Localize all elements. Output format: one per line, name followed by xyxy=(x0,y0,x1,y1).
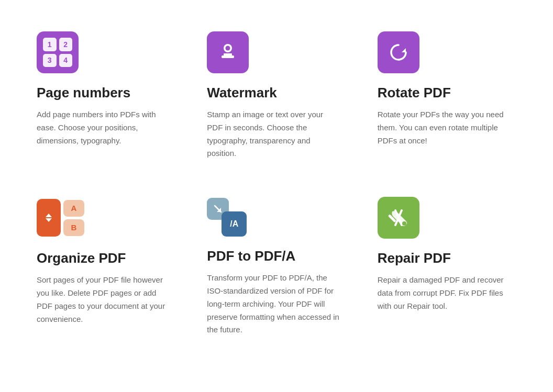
page-numbers-desc: Add page numbers into PDFs with ease. Ch… xyxy=(37,108,170,147)
arrows-icon xyxy=(43,212,54,223)
page-numbers-title: Page numbers xyxy=(37,85,170,101)
svg-marker-4 xyxy=(402,48,406,52)
organize-right-col: A B xyxy=(63,200,84,236)
card-organize-pdf[interactable]: A B Organize PDF Sort pages of your PDF … xyxy=(21,181,191,357)
svg-marker-5 xyxy=(46,214,52,217)
page-numbers-icon: 1 2 3 4 xyxy=(43,38,72,67)
svg-point-3 xyxy=(226,46,230,51)
sq-4: 4 xyxy=(59,54,73,68)
rotate-pdf-icon xyxy=(387,41,410,64)
svg-rect-1 xyxy=(224,53,232,56)
card-watermark[interactable]: Watermark Stamp an image or text over yo… xyxy=(191,16,361,181)
organize-a-block: A xyxy=(63,200,84,217)
pdfa-icon-container: /A xyxy=(207,197,247,237)
pdf-to-pdfa-desc: Transform your PDF to PDF/A, the ISO-sta… xyxy=(207,272,340,337)
card-rotate-pdf[interactable]: Rotate PDF Rotate your PDFs the way you … xyxy=(362,16,532,181)
organize-icon-container: A B xyxy=(37,197,170,239)
page-numbers-icon-wrap: 1 2 3 4 xyxy=(37,31,79,73)
watermark-title: Watermark xyxy=(207,85,340,101)
card-page-numbers[interactable]: 1 2 3 4 Page numbers Add page numbers in… xyxy=(21,16,191,181)
repair-pdf-title: Repair PDF xyxy=(378,250,511,266)
watermark-icon-wrap xyxy=(207,31,249,73)
card-repair-pdf[interactable]: Repair PDF Repair a damaged PDF and reco… xyxy=(362,181,532,357)
pdf-to-pdfa-title: PDF to PDF/A xyxy=(207,248,340,264)
sq-2: 2 xyxy=(59,38,73,51)
pdfa-arrow-icon xyxy=(213,204,223,214)
rotate-pdf-icon-wrap xyxy=(378,31,419,73)
repair-pdf-icon xyxy=(387,206,410,229)
organize-pdf-title: Organize PDF xyxy=(37,250,170,266)
svg-point-11 xyxy=(402,221,406,226)
watermark-icon xyxy=(216,41,239,64)
organize-left-block xyxy=(37,199,61,237)
sq-3: 3 xyxy=(43,54,57,68)
organize-pdf-desc: Sort pages of your PDF file however you … xyxy=(37,274,170,326)
rotate-pdf-title: Rotate PDF xyxy=(378,85,511,101)
svg-marker-6 xyxy=(46,218,52,222)
watermark-desc: Stamp an image or text over your PDF in … xyxy=(207,108,340,160)
repair-pdf-desc: Repair a damaged PDF and recover data fr… xyxy=(378,274,511,312)
rotate-pdf-desc: Rotate your PDFs the way you need them. … xyxy=(378,108,511,147)
sq-1: 1 xyxy=(43,38,57,51)
pdfa-front-block: /A xyxy=(222,211,247,237)
organize-b-block: B xyxy=(63,219,84,236)
tools-grid: 1 2 3 4 Page numbers Add page numbers in… xyxy=(0,0,553,373)
repair-pdf-icon-wrap xyxy=(378,197,419,239)
card-pdf-to-pdfa[interactable]: /A PDF to PDF/A Transform your PDF to PD… xyxy=(191,181,361,357)
